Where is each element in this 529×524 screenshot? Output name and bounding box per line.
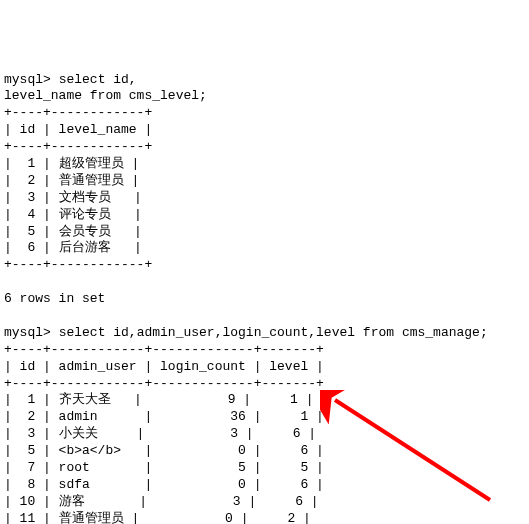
table1-row: | 5 | 会员专员 | [4, 224, 142, 239]
mysql-prompt: mysql> [4, 325, 51, 340]
table2-sep-top: +----+------------+-------------+-------… [4, 342, 324, 357]
table1-footer: 6 rows in set [4, 291, 105, 306]
table1-row: | 1 | 超级管理员 | [4, 156, 139, 171]
table1-sep-top: +----+------------+ [4, 105, 152, 120]
table2-sep-mid: +----+------------+-------------+-------… [4, 376, 324, 391]
table2-row: | 10 | 游客 | 3 | 6 | [4, 494, 319, 509]
table1-header: | id | level_name | [4, 122, 152, 137]
table2-row: | 8 | sdfa | 0 | 6 | [4, 477, 324, 492]
table2-row: | 11 | 普通管理员 | 0 | 2 | [4, 511, 311, 524]
table2-row: | 2 | admin | 36 | 1 | [4, 409, 324, 424]
query1-line2: level_name from cms_level; [4, 88, 207, 103]
table1-row: | 2 | 普通管理员 | [4, 173, 139, 188]
svg-line-0 [335, 400, 490, 500]
mysql-prompt: mysql> [4, 72, 51, 87]
table2-row: | 7 | root | 5 | 5 | [4, 460, 324, 475]
table2-row: | 5 | <b>a</b> | 0 | 6 | [4, 443, 324, 458]
table1-sep-bot: +----+------------+ [4, 257, 152, 272]
table1-sep-mid: +----+------------+ [4, 139, 152, 154]
table1-row: | 4 | 评论专员 | [4, 207, 142, 222]
table2-row: | 3 | 小关关 | 3 | 6 | [4, 426, 316, 441]
annotation-arrow-icon [320, 390, 500, 510]
table2-row: | 1 | 齐天大圣 | 9 | 1 | [4, 392, 313, 407]
table1-row: | 3 | 文档专员 | [4, 190, 142, 205]
table1-row: | 6 | 后台游客 | [4, 240, 142, 255]
query1-line1: select id, [59, 72, 137, 87]
query2: select id,admin_user,login_count,level f… [59, 325, 488, 340]
table2-header: | id | admin_user | login_count | level … [4, 359, 324, 374]
